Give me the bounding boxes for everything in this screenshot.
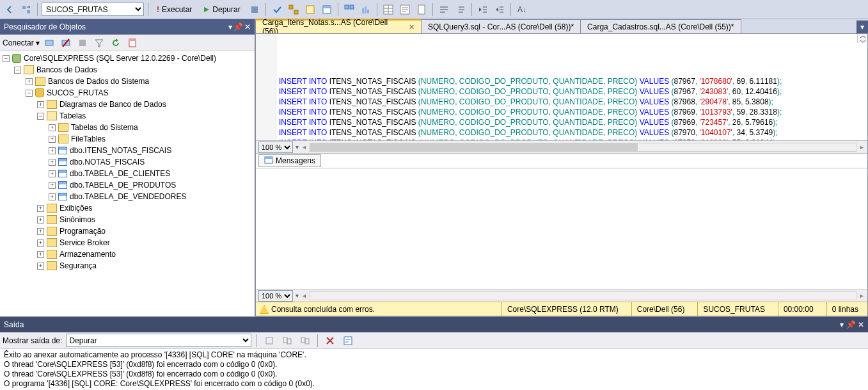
zoom-combo[interactable]: 100 % xyxy=(258,290,293,302)
messages-hscroll[interactable] xyxy=(310,291,856,300)
editor-indicator-bar[interactable] xyxy=(857,34,867,43)
tabs-overflow-icon[interactable]: ▾ xyxy=(856,20,868,33)
synonyms-node[interactable]: +Sinônimos xyxy=(0,214,255,225)
report-icon[interactable] xyxy=(125,36,139,50)
views-node[interactable]: +Exibições xyxy=(0,202,255,214)
table-vendedores-node[interactable]: +dbo.TABELA_DE_VENDEDORES xyxy=(0,191,255,202)
disconnect-icon[interactable] xyxy=(59,36,73,50)
expand-icon[interactable]: + xyxy=(49,124,56,131)
expand-icon[interactable]: + xyxy=(49,147,56,154)
tab-carga-itens[interactable]: Carga_Itens_Notas.s...AS (Core\Dell (56)… xyxy=(255,19,422,33)
collapse-icon[interactable]: − xyxy=(37,113,44,120)
results-grid-icon[interactable] xyxy=(381,3,395,17)
include-plan-icon[interactable] xyxy=(342,3,356,17)
panel-close-icon[interactable]: ✕ xyxy=(858,320,864,329)
panel-close-icon[interactable]: ✕ xyxy=(244,22,251,31)
expand-icon[interactable]: + xyxy=(37,216,44,223)
change-type-icon[interactable] xyxy=(19,3,33,17)
programmability-node[interactable]: +Programação xyxy=(0,225,255,237)
svg-rect-38 xyxy=(79,40,86,46)
tables-node[interactable]: −Tabelas xyxy=(0,110,255,122)
refresh-icon[interactable] xyxy=(109,36,123,50)
expand-icon[interactable]: + xyxy=(49,193,56,200)
expand-icon[interactable]: + xyxy=(37,228,44,235)
expand-icon[interactable]: + xyxy=(49,182,56,189)
table-notas-node[interactable]: +dbo.NOTAS_FISCAIS xyxy=(0,156,255,168)
system-tables-node[interactable]: +Tabelas do Sistema xyxy=(0,122,255,133)
stop-oe-icon[interactable] xyxy=(75,36,90,50)
panel-dropdown-icon[interactable]: ▾ xyxy=(840,320,844,329)
expand-icon[interactable]: + xyxy=(49,170,56,177)
connect-server-icon[interactable] xyxy=(42,36,56,50)
tab-close-icon[interactable]: ✕ xyxy=(409,23,414,31)
query-options-icon[interactable] xyxy=(303,3,317,17)
uncomment-icon[interactable] xyxy=(454,3,468,17)
object-tree[interactable]: −Core\SQLEXPRESS (SQL Server 12.0.2269 -… xyxy=(0,51,255,316)
messages-tab[interactable]: Mensagens xyxy=(258,154,321,167)
panel-dropdown-icon[interactable]: ▾ xyxy=(228,22,232,31)
expand-icon[interactable]: + xyxy=(37,101,44,108)
database-sucos-frutas-node[interactable]: −SUCOS_FRUTAS xyxy=(0,87,255,99)
database-combo[interactable]: SUCOS_FRUTAS xyxy=(42,3,144,16)
tab-sqlquery3[interactable]: SQLQuery3.sql - Cor...AS (Core\Dell (58)… xyxy=(421,19,581,33)
debug-button[interactable]: Depurar xyxy=(199,3,244,17)
system-databases-node[interactable]: +Bancos de Dados do Sistema xyxy=(0,76,255,87)
expand-icon[interactable]: + xyxy=(37,240,44,247)
nav-back-icon[interactable] xyxy=(3,3,17,17)
collapse-icon[interactable]: − xyxy=(3,55,10,62)
output-next-icon[interactable] xyxy=(298,334,312,348)
table-itens-notas-node[interactable]: +dbo.ITENS_NOTAS_FISCAIS xyxy=(0,145,255,156)
tab-carga-cadastros[interactable]: Carga_Cadastros.sql...AS (Core\Dell (55)… xyxy=(580,19,741,33)
table-produtos-node[interactable]: +dbo.TABELA_DE_PRODUTOS xyxy=(0,179,255,191)
output-find-icon[interactable] xyxy=(280,334,294,348)
outdent-icon[interactable] xyxy=(476,3,490,17)
specify-values-icon[interactable]: A↓ xyxy=(515,3,529,17)
zoom-combo[interactable]: 100 % xyxy=(258,142,293,153)
collapse-icon[interactable]: − xyxy=(14,67,21,74)
estimated-plan-icon[interactable] xyxy=(287,3,301,17)
filter-icon[interactable] xyxy=(92,36,106,50)
results-text-icon[interactable] xyxy=(398,3,412,17)
indent-icon[interactable] xyxy=(493,3,507,17)
filetables-node[interactable]: +FileTables xyxy=(0,133,255,145)
expand-icon[interactable]: + xyxy=(49,136,56,143)
execute-button[interactable]: ! Executar xyxy=(152,3,196,17)
table-clientes-node[interactable]: +dbo.TABELA_DE_CLIENTES xyxy=(0,168,255,179)
svg-rect-11 xyxy=(365,6,367,13)
panel-pin-icon[interactable]: 📌 xyxy=(233,22,243,31)
service-broker-node[interactable]: +Service Broker xyxy=(0,237,255,248)
output-prev-icon[interactable] xyxy=(262,334,276,348)
node-label: Service Broker xyxy=(59,238,110,247)
storage-node[interactable]: +Armazenamento xyxy=(0,248,255,260)
diagrams-node[interactable]: +Diagramas de Banco de Dados xyxy=(0,99,255,110)
sql-editor[interactable]: INSERT INTO ITENS_NOTAS_FISCAIS (NUMERO,… xyxy=(256,34,867,140)
toggle-wrap-icon[interactable] xyxy=(341,334,355,348)
security-node[interactable]: +Segurança xyxy=(0,260,255,272)
zoom-dropdown-icon[interactable]: ▾ xyxy=(296,143,299,150)
connect-button[interactable]: Conectar ▾ xyxy=(3,38,40,47)
collapse-icon[interactable]: − xyxy=(26,90,33,97)
stop-icon[interactable] xyxy=(248,3,262,17)
expand-icon[interactable]: + xyxy=(37,205,44,212)
databases-node[interactable]: −Bancos de Dados xyxy=(0,64,255,76)
expand-icon[interactable]: + xyxy=(37,251,44,258)
intellisense-icon[interactable] xyxy=(320,3,334,17)
output-source-combo[interactable]: Depurar xyxy=(66,334,251,347)
results-file-icon[interactable] xyxy=(414,3,429,17)
messages-pane[interactable] xyxy=(256,168,867,289)
expand-icon[interactable]: + xyxy=(26,78,33,85)
clear-output-icon[interactable] xyxy=(323,334,337,348)
editor-hscroll[interactable] xyxy=(310,143,856,152)
main-toolbar: SUCOS_FRUTAS ! Executar Depurar A↓ xyxy=(0,0,868,19)
output-text[interactable]: Êxito ao anexar automaticamente ao proce… xyxy=(0,349,868,390)
include-stats-icon[interactable] xyxy=(359,3,373,17)
zoom-dropdown-icon[interactable]: ▾ xyxy=(296,292,299,299)
messages-zoom-bar: 100 % ▾ ◄ ► xyxy=(256,289,867,302)
parse-icon[interactable] xyxy=(270,3,284,17)
panel-pin-icon[interactable]: 📌 xyxy=(846,320,856,329)
server-node[interactable]: −Core\SQLEXPRESS (SQL Server 12.0.2269 -… xyxy=(0,53,255,64)
expand-icon[interactable]: + xyxy=(49,159,56,166)
expand-icon[interactable]: + xyxy=(37,263,44,270)
split-icon[interactable] xyxy=(859,35,867,43)
comment-icon[interactable] xyxy=(437,3,451,17)
